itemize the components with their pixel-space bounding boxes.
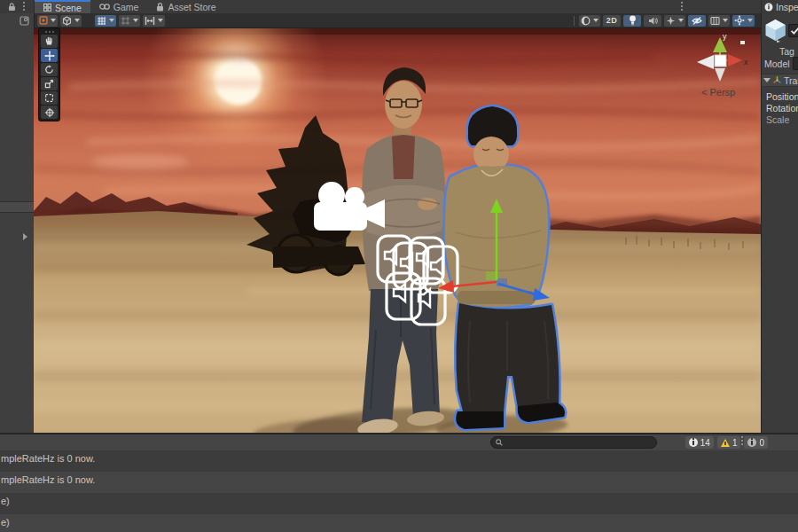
tab-lock-icon[interactable]	[7, 2, 16, 12]
transform-tool-button[interactable]	[41, 106, 58, 119]
model-field[interactable]	[793, 57, 798, 70]
scene-visibility-button[interactable]	[688, 15, 706, 27]
gizmos-toggle-button[interactable]	[732, 15, 755, 27]
scene-grid-icon	[43, 4, 51, 12]
dropdown-caret-icon	[74, 19, 80, 22]
console-entry[interactable]: e)	[0, 514, 798, 532]
view-hand-tool-button[interactable]	[41, 35, 58, 48]
search-icon	[496, 439, 503, 446]
console-entry[interactable]: mpleRateHz is 0 now.	[0, 472, 798, 493]
console-warning-badge[interactable]: 1	[717, 436, 741, 449]
maximize-icon[interactable]	[20, 16, 29, 26]
transform-component-header[interactable]: Transform	[762, 74, 798, 87]
render-mode-button[interactable]	[579, 15, 600, 27]
console-entry[interactable]: mpleRateHz is 0 now.	[0, 450, 798, 472]
tab-game-label: Game	[113, 2, 139, 12]
info-bubble-icon	[689, 438, 698, 447]
tab-game[interactable]: Game	[90, 0, 148, 13]
console-search[interactable]	[490, 436, 657, 449]
active-checkbox[interactable]	[788, 24, 798, 37]
snap-increment-button[interactable]	[143, 15, 165, 27]
inspector-panel: Tag Model Transform Position Rotation Sc…	[761, 13, 798, 433]
scene-toolbar: 2D	[34, 13, 761, 28]
console-info-badge[interactable]: 14	[685, 436, 714, 449]
foldout-caret-icon[interactable]	[763, 78, 771, 82]
console-search-input[interactable]	[505, 438, 652, 447]
tab-asset-store[interactable]: Asset Store	[147, 0, 224, 13]
dropdown-caret-icon	[133, 19, 138, 22]
dropdown-caret-icon	[747, 19, 753, 22]
tab-inspector[interactable]: Inspector	[761, 0, 798, 13]
handle-orientation-button[interactable]	[60, 15, 82, 27]
error-icon	[747, 438, 756, 447]
overlay-drag-handle[interactable]	[39, 29, 59, 34]
grid-snap-button[interactable]	[119, 15, 140, 27]
left-panel-edge	[0, 13, 35, 433]
camera-settings-button[interactable]	[708, 15, 730, 27]
error-count: 0	[759, 438, 764, 448]
audio-toggle-button[interactable]	[644, 15, 661, 27]
tab-bar: Scene Game Asset Store	[0, 0, 798, 13]
panel-divider	[0, 201, 34, 213]
tab-scene-label: Scene	[55, 3, 82, 13]
console-toolbar: 14 1 0	[0, 433, 798, 450]
dropdown-caret-icon	[158, 19, 163, 22]
model-label: Model	[764, 59, 790, 69]
move-tool-button[interactable]	[41, 49, 58, 62]
axis-x-label: x	[744, 58, 748, 66]
grid-visibility-button[interactable]	[95, 15, 116, 27]
effects-button[interactable]	[664, 15, 685, 27]
axis-dot	[740, 41, 745, 44]
info-icon	[764, 3, 773, 12]
scale-label: Scale	[766, 114, 789, 125]
position-label: Position	[766, 91, 798, 102]
asset-store-lock-icon	[156, 3, 164, 12]
adjacent-panel-edge	[0, 0, 35, 13]
scene-view-menu-icon[interactable]	[681, 2, 684, 12]
lighting-toggle-button[interactable]	[623, 15, 641, 27]
chevron-right-icon[interactable]	[23, 233, 27, 240]
console-error-badge[interactable]: 0	[744, 436, 768, 449]
2d-label: 2D	[606, 16, 618, 25]
dropdown-caret-icon	[678, 19, 684, 22]
prefab-cube-icon[interactable]	[764, 19, 786, 43]
axis-y-label: y	[723, 32, 727, 41]
info-count: 14	[700, 438, 710, 448]
2d-toggle-button[interactable]: 2D	[603, 15, 621, 27]
game-icon	[99, 3, 110, 11]
tools-overlay[interactable]	[38, 27, 60, 121]
dropdown-caret-icon	[723, 19, 728, 22]
transform-icon	[772, 75, 782, 85]
gizmo-center-cube[interactable]	[715, 55, 726, 66]
rect-tool-button[interactable]	[41, 91, 58, 105]
rotation-label: Rotation	[766, 103, 798, 113]
inspector-title: Inspector	[776, 2, 798, 12]
tab-scene[interactable]: Scene	[35, 0, 90, 13]
unity-editor-window: Scene Game Asset Store Inspector	[0, 0, 798, 532]
console-entry[interactable]: e)	[0, 493, 798, 514]
dropdown-caret-icon	[51, 19, 56, 22]
panel-menu-icon[interactable]	[23, 2, 26, 12]
transform-label: Transform	[784, 75, 798, 86]
console-menu-icon[interactable]	[741, 436, 744, 446]
tag-label: Tag	[779, 46, 794, 57]
warning-icon	[721, 439, 730, 447]
scale-tool-button[interactable]	[41, 77, 58, 90]
toolbar-separator	[574, 16, 575, 26]
scene-viewport[interactable]: y x < Persp	[34, 28, 761, 433]
dropdown-caret-icon	[593, 19, 598, 22]
console-panel: 14 1 0 mpleRateHz is 0 now. mpleRateHz i…	[0, 433, 798, 532]
tool-settings-button[interactable]	[37, 15, 58, 27]
persp-label[interactable]: < Persp	[701, 87, 735, 98]
warning-count: 1	[732, 438, 738, 448]
tab-asset-store-label: Asset Store	[168, 2, 215, 12]
rotate-tool-button[interactable]	[41, 63, 58, 76]
dropdown-caret-icon	[109, 19, 114, 22]
